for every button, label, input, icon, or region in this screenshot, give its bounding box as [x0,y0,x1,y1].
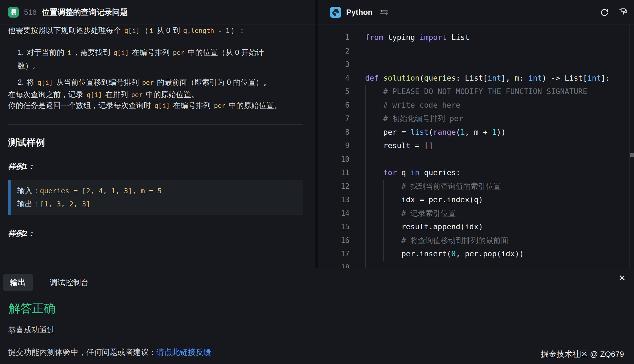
problem-title: 位置调整的查询记录问题 [42,7,128,18]
code-line: 8 per = list(range(1, m + 1)) [318,126,634,139]
indent-guide [383,220,384,234]
indent-guide [365,207,366,220]
line-number: 6 [318,98,349,112]
inline-code: q.length - 1 [182,27,231,34]
problem-paragraph: 你的任务是返回一个数组，记录每次查询时 q[i] 在编号排列 per 中的原始位… [8,100,303,111]
line-number: 5 [318,85,349,98]
line-number: 13 [318,193,349,207]
watermark: 掘金技术社区 @ ZQ679 [541,349,624,360]
line-number: 18 [318,261,349,268]
code-line: 5 # PLEASE DO NOT MODIFY THE FUNCTION SI… [318,85,634,98]
indent-guide [383,247,384,261]
code-line: 3 [318,58,634,71]
code-line: 13 idx = per.index(q) [318,193,634,207]
inline-code: i [66,49,73,56]
sample-input-line: 输入：queries = [2, 4, 1, 3], m = 5 [17,184,296,197]
indent-guide [365,261,366,268]
reset-code-icon[interactable] [600,8,609,17]
code-line: 10 [318,153,634,166]
inline-code: per [213,102,227,109]
editor-actions [600,8,628,17]
code-line: 2 [318,44,634,58]
problem-id: 516 [24,8,37,17]
code-line: 11 for q in queries: [318,166,634,180]
line-number: 16 [318,234,349,247]
input-label: 输入： [17,187,40,195]
editor-scrollbar-thumb[interactable] [630,153,634,157]
indent-guide [365,139,366,153]
sample1-block: 输入：queries = [2, 4, 1, 3], m = 5 输出：[1, … [8,180,303,215]
format-code-icon[interactable] [618,8,628,17]
code-line: 16 # 将查询值移动到排列的最前面 [318,234,634,247]
code-text: result = [] [349,139,433,153]
indent-guide [365,112,366,126]
code-line: 4def solution(queries: List[int], m: int… [318,71,634,85]
output-console: 输出调试控制台 解答正确 恭喜成功通过 提交功能内测体验中，任何问题或者建议：请… [0,268,634,364]
problem-panel: 易 516 位置调整的查询记录问题 他需要按照以下规则逐步处理每个 q[i]（i… [0,0,315,268]
line-number: 12 [318,180,349,193]
output-label: 输出： [17,200,40,208]
line-number: 7 [318,112,349,126]
tab-output[interactable]: 输出 [3,274,33,291]
code-text: from typing import List [349,31,469,44]
indent-guide [383,234,384,247]
switch-language-icon[interactable] [379,9,389,16]
rule-item: 1.对于当前的 i，需要找到 q[i] 在编号排列 per 中的位置（从 0 开… [18,46,285,73]
indent-guide [383,207,384,220]
code-text: # 初始化编号排列 per [349,112,463,126]
code-line: 17 per.insert(0, per.pop(idx)) [318,247,634,261]
indent-guide [383,193,384,207]
code-line: 9 result = [] [318,139,634,153]
feedback-text: 提交功能内测体验中，任何问题或者建议： [8,348,156,356]
code-text: per.insert(0, per.pop(idx)) [349,247,524,261]
editor-scrollbar-track [629,25,630,268]
input-code: queries = [2, 4, 1, 3], m = 5 [40,187,162,195]
editor-header: Python [318,0,634,25]
result-message: 恭喜成功通过 [8,325,634,335]
inline-code: i [148,27,155,34]
code-text [349,261,365,268]
indent-guide [365,153,366,166]
indent-guide [365,247,366,261]
close-icon[interactable]: ✕ [619,274,626,282]
inline-code: q[i] [112,49,130,56]
code-editor[interactable]: 1from typing import List234def solution(… [318,25,634,268]
problem-description: 他需要按照以下规则逐步处理每个 q[i]（i 从 0 到 q.length - … [0,25,315,267]
line-number: 14 [318,207,349,220]
line-number: 4 [318,71,349,85]
feedback-link[interactable]: 请点此链接反馈 [156,348,211,356]
code-text: # PLEASE DO NOT MODIFY THE FUNCTION SIGN… [349,85,587,98]
indent-guide [365,234,366,247]
indent-guide [365,193,366,207]
problem-paragraph: 在每次查询之前，记录 q[i] 在排列 per 中的原始位置。 [8,89,303,100]
code-text: # 找到当前查询值的索引位置 [349,180,501,193]
indent-guide [365,85,366,98]
code-text: result.append(idx) [349,220,483,234]
line-number: 15 [318,220,349,234]
output-code: [1, 3, 2, 3] [40,200,90,208]
line-number: 1 [318,31,349,44]
inline-code: q[i] [153,102,171,109]
code-text: for q in queries: [349,166,460,180]
code-line: 14 # 记录索引位置 [318,207,634,220]
inline-code: per [130,91,144,98]
inline-code: per [172,49,186,56]
tab-debug-console[interactable]: 调试控制台 [42,274,96,291]
code-line: 6 # write code here [318,98,634,112]
sample2-label: 样例2： [8,228,303,239]
code-text [349,58,365,71]
panel-divider[interactable] [315,0,318,268]
samples-heading: 测试样例 [8,137,303,148]
code-line: 15 result.append(idx) [318,220,634,234]
problem-paragraph: 他需要按照以下规则逐步处理每个 q[i]（i 从 0 到 q.length - … [8,25,303,36]
feedback-row: 提交功能内测体验中，任何问题或者建议：请点此链接反馈 [8,347,634,358]
indent-guide [365,220,366,234]
inline-code: q[i] [36,79,54,86]
indent-guide [383,180,384,193]
result-status: 解答正确 [9,301,634,316]
line-number: 8 [318,126,349,139]
language-label: Python [346,8,373,17]
indent-guide [365,98,366,112]
rules-list: 1.对于当前的 i，需要找到 q[i] 在编号排列 per 中的位置（从 0 开… [8,46,303,89]
line-number: 11 [318,166,349,180]
